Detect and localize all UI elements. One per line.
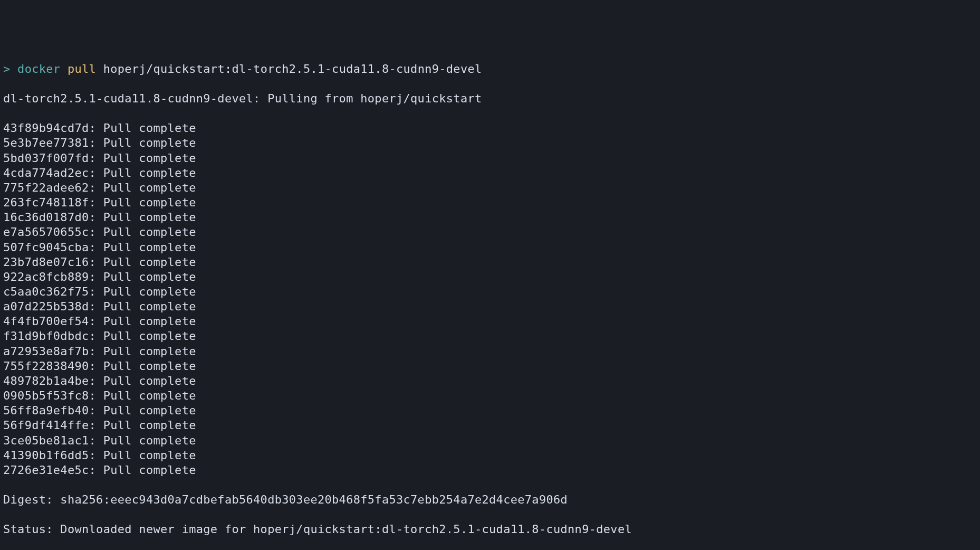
layer-line: 489782b1a4be: Pull complete xyxy=(3,374,977,388)
status-line: Status: Downloaded newer image for hoper… xyxy=(3,522,977,537)
pull-keyword: pull xyxy=(68,62,96,75)
layer-line: 56f9df414ffe: Pull complete xyxy=(3,418,977,433)
layer-line: 507fc9045cba: Pull complete xyxy=(3,240,977,255)
layer-line: 2726e31e4e5c: Pull complete xyxy=(3,463,977,478)
layer-line: 4cda774ad2ec: Pull complete xyxy=(3,166,977,181)
layer-line: 775f22adee62: Pull complete xyxy=(3,181,977,195)
layer-line: 5bd037f007fd: Pull complete xyxy=(3,151,977,166)
layer-line: 23b7d8e07c16: Pull complete xyxy=(3,255,977,270)
layers-list: 43f89b94cd7d: Pull complete5e3b7ee77381:… xyxy=(3,121,977,478)
layer-line: 3ce05be81ac1: Pull complete xyxy=(3,433,977,448)
layer-line: 922ac8fcb889: Pull complete xyxy=(3,270,977,285)
layer-line: 56ff8a9efb40: Pull complete xyxy=(3,403,977,418)
digest-line: Digest: sha256:eeec943d0a7cdbefab5640db3… xyxy=(3,492,977,507)
layer-line: f31d9bf0dbdc: Pull complete xyxy=(3,329,977,344)
layer-line: 5e3b7ee77381: Pull complete xyxy=(3,136,977,150)
layer-line: c5aa0c362f75: Pull complete xyxy=(3,285,977,299)
layer-line: 43f89b94cd7d: Pull complete xyxy=(3,121,977,136)
layer-line: 0905b5f53fc8: Pull complete xyxy=(3,388,977,403)
layer-line: 263fc748118f: Pull complete xyxy=(3,195,977,210)
command-line[interactable]: > docker pull hoperj/quickstart:dl-torch… xyxy=(3,62,977,77)
image-name: hoperj/quickstart:dl-torch2.5.1-cuda11.8… xyxy=(103,62,482,75)
layer-line: 755f22838490: Pull complete xyxy=(3,359,977,374)
prompt-symbol: > xyxy=(3,62,17,75)
pulling-from-line: dl-torch2.5.1-cuda11.8-cudnn9-devel: Pul… xyxy=(3,91,977,106)
layer-line: 4f4fb700ef54: Pull complete xyxy=(3,314,977,329)
layer-line: 16c36d0187d0: Pull complete xyxy=(3,210,977,225)
layer-line: a72953e8af7b: Pull complete xyxy=(3,344,977,359)
layer-line: e7a56570655c: Pull complete xyxy=(3,225,977,240)
layer-line: a07d225b538d: Pull complete xyxy=(3,299,977,314)
docker-keyword: docker xyxy=(17,62,60,75)
layer-line: 41390b1f6dd5: Pull complete xyxy=(3,448,977,463)
